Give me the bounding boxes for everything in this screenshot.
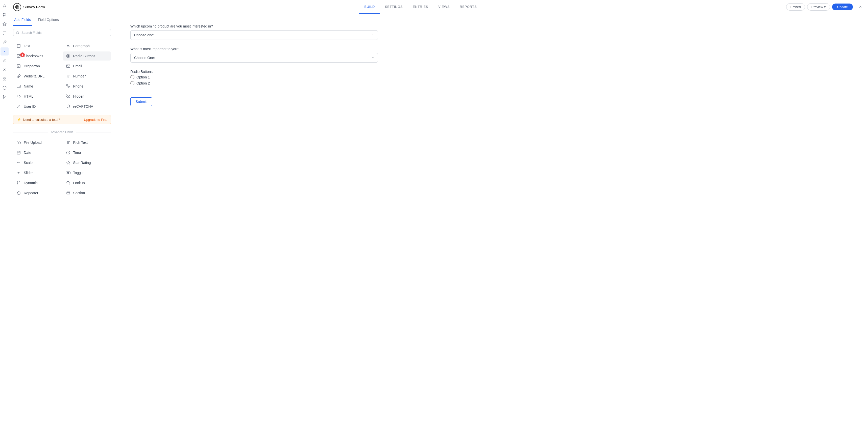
tab-views[interactable]: VIEWS (433, 0, 455, 13)
field-date[interactable]: Date (13, 148, 62, 157)
field-star-rating[interactable]: Star Rating (63, 158, 111, 167)
hidden-icon (66, 94, 71, 98)
tab-reports[interactable]: REPORTS (455, 0, 482, 13)
field-recaptcha[interactable]: reCAPTCHA (63, 102, 111, 111)
field-lookup-label: Lookup (73, 181, 85, 185)
tab-settings[interactable]: SETTINGS (380, 0, 408, 13)
field-file-upload[interactable]: File Upload (13, 138, 62, 147)
advanced-section-label: Advanced Fields (51, 130, 73, 134)
field-toggle[interactable]: Toggle (63, 168, 111, 177)
scale-icon (16, 161, 21, 165)
radio-option-1[interactable]: Option 1 (130, 75, 853, 79)
field-dynamic[interactable]: Dynamic (13, 178, 62, 187)
field-scale-label: Scale (24, 161, 33, 165)
embed-button[interactable]: Embed (786, 3, 805, 10)
submit-button[interactable]: Submit (130, 97, 152, 106)
field-userid-label: User ID (24, 104, 36, 108)
field-star-rating-label: Star Rating (73, 161, 91, 165)
field-scale[interactable]: Scale (13, 158, 62, 167)
field-phone[interactable]: Phone (63, 82, 111, 91)
sidebar-icon-pen[interactable] (0, 57, 8, 65)
field-repeater[interactable]: Repeater (13, 188, 62, 198)
field-number[interactable]: Number (63, 72, 111, 81)
tab-field-options[interactable]: Field Options (37, 14, 60, 26)
field-name[interactable]: Name (13, 82, 62, 91)
sidebar-icon-layers[interactable] (0, 20, 8, 28)
field-html[interactable]: HTML (13, 92, 62, 101)
field-date-label: Date (24, 150, 31, 154)
svg-point-25 (67, 55, 69, 57)
preview-button[interactable]: Preview ▾ (807, 3, 830, 10)
rich-text-icon (66, 140, 71, 144)
field-section[interactable]: Section (63, 188, 111, 198)
sidebar-icon-grid[interactable] (0, 75, 8, 83)
tab-build[interactable]: BUILD (359, 0, 380, 13)
question-1-select[interactable]: Choose one: (130, 30, 378, 40)
search-box (9, 26, 115, 39)
search-icon (16, 31, 20, 35)
radio-option-2[interactable]: Option 2 (130, 81, 853, 85)
field-dynamic-label: Dynamic (24, 181, 37, 185)
field-number-label: Number (73, 74, 86, 78)
sidebar-icon-play[interactable] (0, 93, 8, 101)
star-rating-icon (66, 161, 71, 165)
field-dropdown[interactable]: Dropdown (13, 62, 62, 71)
svg-point-0 (4, 5, 5, 6)
field-paragraph[interactable]: Paragraph (63, 41, 111, 50)
svg-rect-8 (5, 77, 6, 78)
svg-marker-46 (66, 161, 70, 164)
sidebar-icon-tool[interactable] (0, 38, 8, 46)
field-repeater-label: Repeater (24, 191, 38, 195)
svg-point-14 (17, 6, 18, 8)
field-userid[interactable]: User ID (13, 102, 62, 111)
field-checkboxes[interactable]: 1 Checkboxes (13, 51, 62, 61)
field-slider[interactable]: Slider (13, 168, 62, 177)
basic-fields-grid: Text Paragraph 1 Checkboxes (9, 39, 115, 113)
radio-input-2[interactable] (130, 81, 134, 85)
radio-group: Option 1 Option 2 (130, 75, 853, 85)
update-button[interactable]: Update (832, 3, 853, 10)
tab-add-fields[interactable]: Add Fields (13, 14, 32, 26)
field-text[interactable]: Text (13, 41, 62, 50)
sidebar-icon-flag[interactable] (0, 11, 8, 19)
form-question-2: What is most important to you? Choose On… (130, 47, 853, 63)
radio-option-2-label: Option 2 (136, 81, 150, 85)
search-input[interactable] (22, 31, 108, 35)
field-hidden[interactable]: Hidden (63, 92, 111, 101)
upgrade-link[interactable]: Upgrade to Pro. (84, 118, 107, 122)
question-2-select[interactable]: Choose One: (130, 53, 378, 63)
sidebar-icon-chat[interactable] (0, 29, 8, 37)
field-toggle-label: Toggle (73, 171, 84, 175)
field-website[interactable]: Website/URL (13, 72, 62, 81)
field-phone-label: Phone (73, 84, 83, 88)
sidebar-icon-user2[interactable] (0, 66, 8, 74)
date-icon (16, 150, 21, 154)
sidebar-icon-avatar[interactable] (0, 2, 8, 10)
svg-rect-38 (17, 151, 20, 154)
field-rich-text[interactable]: Rich Text (63, 138, 111, 147)
field-radio-buttons[interactable]: Radio Buttons (63, 51, 111, 61)
sidebar-icon-forms[interactable] (0, 47, 8, 56)
header: Survey Form BUILD SETTINGS ENTRIES VIEWS… (9, 0, 868, 14)
dropdown-icon (16, 64, 21, 68)
field-radio-label: Radio Buttons (73, 54, 95, 58)
close-button[interactable]: × (857, 3, 864, 10)
radio-input-1[interactable] (130, 75, 134, 79)
logo-icon (13, 3, 21, 11)
question-2-label: What is most important to you? (130, 47, 853, 51)
field-website-label: Website/URL (24, 74, 44, 78)
svg-point-15 (17, 31, 19, 34)
html-icon (16, 94, 21, 98)
svg-point-6 (4, 68, 5, 69)
form-canvas: Which upcoming product are you most inte… (115, 14, 868, 448)
svg-rect-23 (17, 55, 20, 58)
field-lookup[interactable]: Lookup (63, 178, 111, 187)
field-email-label: Email (73, 64, 82, 68)
radio-icon (66, 54, 71, 58)
sidebar-icon-circle[interactable] (0, 84, 8, 92)
tab-entries[interactable]: ENTRIES (408, 0, 433, 13)
advanced-fields-divider: Advanced Fields (9, 126, 115, 136)
app-title: Survey Form (23, 5, 45, 9)
field-time[interactable]: Time (63, 148, 111, 157)
field-email[interactable]: Email (63, 62, 111, 71)
